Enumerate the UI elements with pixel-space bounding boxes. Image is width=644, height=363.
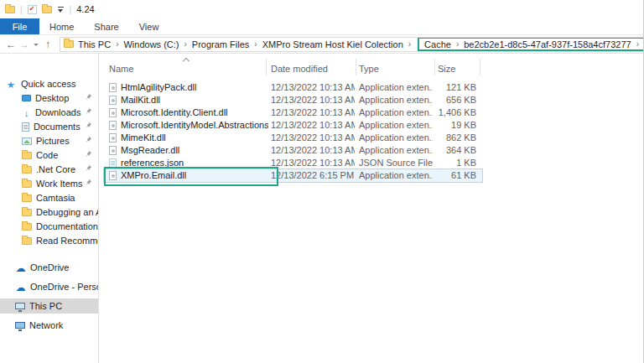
folder-icon bbox=[22, 166, 32, 174]
file-date-modified: 12/13/2022 10:13 AM bbox=[271, 94, 355, 106]
file-date-modified: 12/13/2022 6:15 PM bbox=[271, 169, 355, 182]
table-row[interactable]: XMPro.Email.dll 12/13/2022 6:15 PM Appli… bbox=[104, 169, 482, 182]
table-row[interactable]: Microsoft.IdentityModel.Abstractions.dll… bbox=[104, 119, 482, 132]
pin-icon bbox=[85, 179, 92, 186]
folder-icon bbox=[22, 180, 32, 188]
file-size: 656 KB bbox=[421, 94, 476, 106]
tab-view[interactable]: View bbox=[129, 18, 169, 34]
window-title: 4.24 bbox=[76, 4, 94, 14]
sidebar-item-label: OneDrive - Personal bbox=[30, 282, 99, 292]
folder-icon bbox=[22, 209, 32, 216]
file-name: MsgReader.dll bbox=[121, 144, 179, 157]
sidebar-item-network[interactable]: Network bbox=[0, 318, 99, 333]
address-folder-icon bbox=[64, 40, 74, 48]
dll-file-icon bbox=[109, 108, 117, 117]
sidebar-tree: Quick access Desktop Downloads Documents… bbox=[0, 54, 99, 363]
pin-icon bbox=[85, 164, 92, 172]
sidebar-item-onedrive-personal[interactable]: OneDrive - Personal bbox=[0, 279, 99, 294]
sidebar-item-this-pc[interactable]: This PC bbox=[0, 298, 99, 314]
file-size: 1,406 KB bbox=[421, 106, 476, 119]
file-explorer-window: | ✔ | 4.24 File Home Share View ← → ↑ Th… bbox=[0, 0, 644, 363]
address-bar[interactable]: This PC › Windows (C:) › Program Files ›… bbox=[60, 37, 644, 52]
sidebar-item-label: OneDrive bbox=[30, 262, 69, 272]
sidebar-item-work-items[interactable]: Work Items bbox=[0, 176, 99, 191]
file-date-modified: 12/13/2022 10:13 AM bbox=[271, 119, 355, 132]
breadcrumb-separator: › bbox=[455, 39, 460, 49]
tab-home[interactable]: Home bbox=[39, 18, 84, 34]
file-name: XMPro.Email.dll bbox=[121, 169, 186, 182]
star-icon bbox=[7, 80, 17, 89]
checkmark-icon[interactable]: ✔ bbox=[28, 5, 37, 14]
breadcrumb-separator: › bbox=[408, 39, 412, 49]
folder-icon bbox=[22, 237, 32, 245]
back-icon[interactable]: ← bbox=[4, 39, 18, 50]
pictures-icon bbox=[22, 137, 32, 145]
file-size: 61 KB bbox=[421, 169, 476, 182]
sidebar-item-documentation[interactable]: Documentation bbox=[0, 219, 99, 234]
sidebar-item--net-core[interactable]: .Net Core bbox=[0, 162, 99, 177]
sidebar-item-label: Downloads bbox=[35, 107, 80, 117]
sidebar-item-read-recommenda[interactable]: Read Recommenda bbox=[0, 233, 99, 248]
file-date-modified: 12/13/2022 10:13 AM bbox=[271, 132, 355, 144]
sidebar-item-code[interactable]: Code bbox=[0, 148, 99, 163]
breadcrumb-segment-program-files[interactable]: Program Files bbox=[192, 39, 249, 49]
breadcrumb-segment-cache[interactable]: Cache bbox=[424, 39, 451, 49]
forward-icon[interactable]: → bbox=[18, 39, 31, 50]
sidebar-item-label: Work Items bbox=[36, 179, 82, 189]
pin-icon bbox=[85, 93, 92, 101]
sidebar-item-label: Desktop bbox=[35, 93, 69, 103]
tab-share[interactable]: Share bbox=[84, 18, 128, 34]
pc-icon bbox=[15, 303, 25, 309]
file-size: 121 KB bbox=[421, 81, 476, 94]
sidebar-item-debugging-an-agen[interactable]: Debugging an Agen bbox=[0, 205, 99, 220]
up-icon[interactable]: ↑ bbox=[41, 39, 55, 50]
file-date-modified: 12/13/2022 10:13 AM bbox=[271, 157, 355, 169]
sidebar-item-quick-access[interactable]: Quick access bbox=[0, 76, 99, 91]
dll-file-icon bbox=[109, 146, 117, 155]
table-row[interactable]: MimeKit.dll 12/13/2022 10:13 AM Applicat… bbox=[104, 132, 482, 144]
file-size: 19 KB bbox=[421, 119, 476, 132]
table-row[interactable]: HtmlAgilityPack.dll 12/13/2022 10:13 AM … bbox=[104, 81, 482, 94]
sidebar-item-label: Read Recommenda bbox=[36, 236, 99, 246]
file-name: Microsoft.Identity.Client.dll bbox=[121, 106, 228, 119]
breadcrumb-separator: › bbox=[115, 39, 119, 49]
address-annotation-box: Cache › be2cb2e1-d8c5-47af-937f-158a4cf7… bbox=[418, 37, 644, 51]
dll-file-icon bbox=[109, 171, 117, 180]
cloud-icon bbox=[15, 283, 26, 292]
file-size: 1 KB bbox=[421, 157, 476, 169]
pin-icon bbox=[85, 107, 92, 115]
sidebar-item-label: Camtasia bbox=[36, 193, 75, 203]
breadcrumb-segment-guid[interactable]: be2cb2e1-d8c5-47af-937f-158a4cf73277 bbox=[464, 39, 631, 49]
pin-icon bbox=[85, 122, 92, 129]
sidebar-item-camtasia[interactable]: Camtasia bbox=[0, 190, 99, 205]
sidebar-item-pictures[interactable]: Pictures bbox=[0, 133, 99, 148]
json-file-icon bbox=[109, 158, 117, 168]
recent-locations-caret-icon[interactable] bbox=[33, 41, 39, 48]
file-name: references.json bbox=[121, 157, 184, 169]
downloads-icon bbox=[22, 108, 31, 117]
dll-file-icon bbox=[109, 121, 117, 130]
qat-customize-caret-icon[interactable] bbox=[57, 7, 65, 13]
tab-file[interactable]: File bbox=[0, 18, 39, 34]
sidebar-item-onedrive[interactable]: OneDrive bbox=[0, 260, 99, 275]
table-row[interactable]: MailKit.dll 12/13/2022 10:13 AM Applicat… bbox=[104, 94, 482, 106]
sidebar-item-documents[interactable]: Documents bbox=[0, 119, 99, 134]
breadcrumb-separator: › bbox=[636, 39, 640, 49]
network-icon bbox=[15, 322, 25, 329]
table-row[interactable]: references.json 12/13/2022 10:13 AM JSON… bbox=[104, 157, 482, 169]
qat-folder-icon[interactable] bbox=[42, 6, 52, 13]
sidebar-item-label: Documentation bbox=[36, 221, 98, 231]
breadcrumb-segment-this-pc[interactable]: This PC bbox=[78, 39, 111, 49]
file-name: MailKit.dll bbox=[121, 94, 160, 106]
sidebar-item-label: .Net Core bbox=[36, 164, 75, 174]
breadcrumb-segment-windows-c[interactable]: Windows (C:) bbox=[123, 39, 179, 49]
title-bar: | ✔ | 4.24 bbox=[0, 0, 644, 18]
dll-file-icon bbox=[109, 83, 117, 92]
breadcrumb-segment-xmpro-stream-host[interactable]: XMPro Stream Host Kiel Colection bbox=[262, 39, 403, 49]
table-row[interactable]: Microsoft.Identity.Client.dll 12/13/2022… bbox=[104, 106, 482, 119]
separator: | bbox=[20, 5, 23, 14]
sidebar-item-downloads[interactable]: Downloads bbox=[0, 105, 99, 120]
pin-icon bbox=[85, 136, 92, 143]
sidebar-item-desktop[interactable]: Desktop bbox=[0, 91, 99, 106]
table-row[interactable]: MsgReader.dll 12/13/2022 10:13 AM Applic… bbox=[104, 144, 482, 157]
